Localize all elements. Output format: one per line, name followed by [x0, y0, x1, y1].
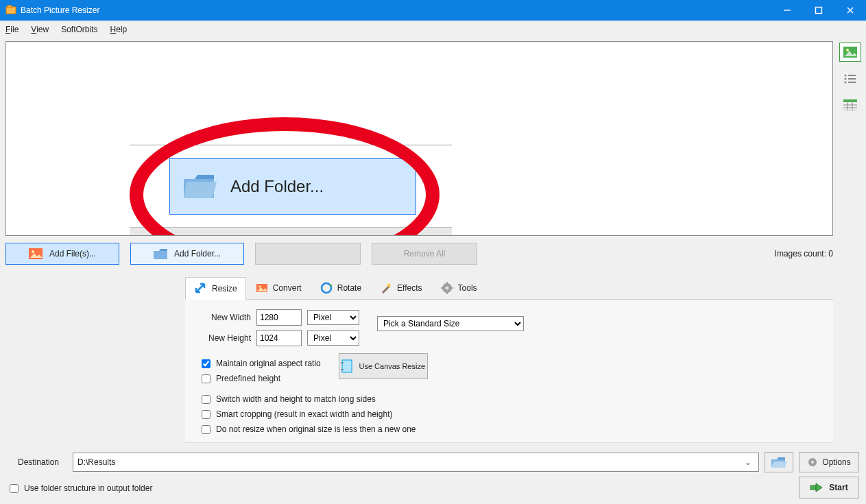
add-files-button[interactable]: Add File(s)...: [5, 243, 119, 265]
svg-point-32: [322, 283, 331, 293]
add-folder-highlight-button[interactable]: Add Folder...: [169, 158, 416, 215]
destination-input[interactable]: D:\Results ⌄: [73, 453, 759, 472]
rotate-icon: [320, 281, 333, 295]
destination-label: Destination: [5, 457, 67, 467]
window-title: Batch Picture Resizer: [21, 5, 99, 15]
tab-effects[interactable]: Effects: [370, 277, 431, 299]
switch-sides-checkbox[interactable]: Switch width and height to match long si…: [202, 394, 828, 404]
convert-icon: [255, 281, 269, 295]
svg-marker-23: [184, 182, 217, 198]
new-height-label: New Height: [202, 333, 251, 343]
canvas-resize-button[interactable]: Use Canvas Resize: [339, 353, 428, 379]
svg-rect-42: [342, 360, 352, 372]
side-toolbar: [839, 43, 862, 114]
start-arrow-icon: [810, 482, 823, 493]
standard-size-select[interactable]: Pick a Standard Size: [377, 316, 524, 331]
predefined-height-checkbox[interactable]: Predefined height: [202, 374, 321, 383]
svg-point-37: [445, 287, 448, 290]
folder-open-icon: [771, 456, 787, 468]
svg-rect-1: [8, 5, 12, 8]
svg-rect-50: [810, 485, 816, 490]
svg-marker-21: [184, 175, 214, 179]
options-button[interactable]: Options: [799, 452, 859, 472]
menu-help[interactable]: Help: [110, 25, 128, 34]
tab-bar: Resize Convert Rotate Effects Tools: [185, 277, 833, 300]
use-folder-structure-checkbox[interactable]: Use folder structure in output folder: [10, 483, 152, 493]
minimize-button[interactable]: [771, 0, 803, 21]
svg-point-9: [845, 75, 847, 77]
resize-panel: New Width Pixel New Height Pixel Pick a …: [185, 300, 833, 443]
title-bar: Batch Picture Resizer: [0, 0, 866, 21]
add-folder-button[interactable]: Add Folder...: [130, 243, 244, 265]
menu-bar: File View SoftOrbits Help: [0, 21, 866, 38]
svg-marker-28: [154, 249, 167, 251]
view-grid-button[interactable]: [840, 96, 861, 114]
remove-button: Remove: [255, 243, 361, 265]
svg-point-25: [32, 250, 34, 253]
folder-icon: [154, 248, 167, 259]
svg-rect-27: [154, 251, 167, 259]
browse-folder-button[interactable]: [765, 452, 793, 472]
view-list-button[interactable]: [840, 70, 861, 88]
view-thumbnail-button[interactable]: [839, 43, 861, 62]
svg-point-49: [811, 461, 814, 464]
svg-point-11: [845, 78, 847, 80]
menu-softorbits[interactable]: SoftOrbits: [61, 25, 97, 34]
height-input[interactable]: [256, 330, 302, 346]
close-button[interactable]: [834, 0, 866, 21]
canvas-icon: [341, 359, 353, 374]
svg-point-13: [845, 82, 847, 84]
no-resize-checkbox[interactable]: Do not resize when original size is less…: [202, 424, 828, 434]
svg-marker-46: [771, 457, 785, 459]
remove-all-button: Remove All: [372, 243, 477, 265]
width-unit-select[interactable]: Pixel: [307, 310, 359, 325]
image-icon: [29, 248, 43, 259]
preview-area: Add Folder...: [5, 41, 833, 236]
svg-rect-41: [451, 287, 453, 289]
maximize-button[interactable]: [803, 0, 834, 21]
tab-resize[interactable]: Resize: [185, 277, 246, 300]
menu-file[interactable]: File: [5, 25, 19, 34]
resize-icon: [194, 282, 208, 296]
svg-rect-15: [843, 99, 857, 102]
smart-cropping-checkbox[interactable]: Smart cropping (result in exact width an…: [202, 409, 828, 419]
folder-icon: [182, 173, 217, 200]
app-icon: [5, 5, 16, 16]
tab-tools[interactable]: Tools: [431, 277, 486, 299]
svg-rect-39: [446, 292, 448, 294]
menu-view[interactable]: View: [31, 25, 49, 34]
svg-rect-38: [446, 282, 448, 284]
tab-rotate[interactable]: Rotate: [311, 277, 370, 299]
svg-point-7: [846, 49, 849, 51]
new-width-label: New Width: [202, 313, 251, 322]
effects-icon: [379, 281, 393, 295]
width-input[interactable]: [256, 309, 302, 326]
height-unit-select[interactable]: Pixel: [307, 331, 359, 346]
chevron-down-icon[interactable]: ⌄: [742, 457, 754, 467]
gear-icon: [807, 457, 818, 468]
svg-rect-3: [816, 8, 822, 14]
start-button[interactable]: Start: [799, 477, 859, 499]
tab-convert[interactable]: Convert: [246, 277, 311, 299]
tools-icon: [440, 281, 454, 295]
svg-rect-40: [441, 287, 443, 289]
svg-marker-47: [771, 461, 787, 468]
images-count-label: Images count: 0: [775, 249, 833, 259]
aspect-ratio-checkbox[interactable]: Maintain original aspect ratio: [202, 359, 321, 368]
svg-marker-51: [816, 483, 822, 492]
